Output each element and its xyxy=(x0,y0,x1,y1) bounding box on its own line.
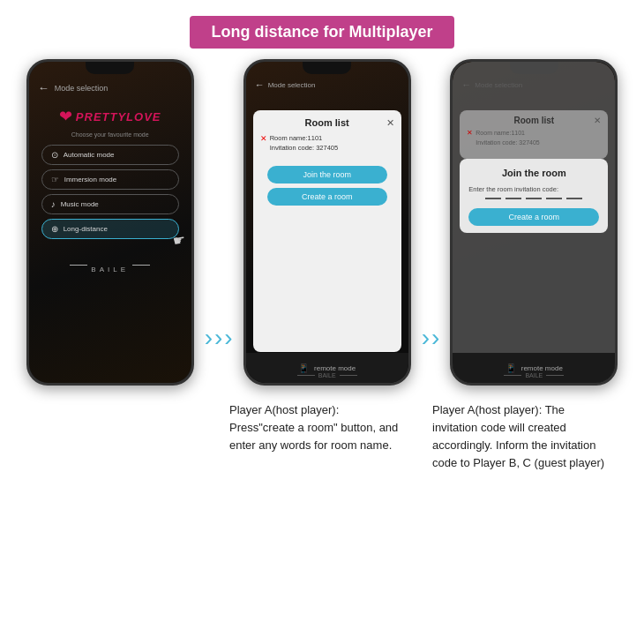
phone-1-screen: ← Mode selection ❤ PRETTYLOVE Choose you… xyxy=(29,62,191,383)
phone-1: ← Mode selection ❤ PRETTYLOVE Choose you… xyxy=(26,59,194,386)
back-icon[interactable]: ← xyxy=(38,81,49,94)
caption-2: Player A(host player): The invitation co… xyxy=(432,401,609,473)
arrow-2-3: › › xyxy=(422,326,440,386)
phone-2-screen: ← Mode selection Room list ✕ ✕ Room name… xyxy=(246,62,408,383)
captions-row: Player A(host player): Press"create a ro… xyxy=(0,401,644,473)
choose-text: Choose your favourite mode xyxy=(29,131,191,138)
remote-text: remote mode xyxy=(314,364,356,372)
logo-text: PRETTYLOVE xyxy=(76,110,161,124)
baile-text-1: BAILE xyxy=(91,266,129,273)
join-room-box: Join the room Enter the room invitation … xyxy=(460,159,608,233)
baile-text-2: BAILE xyxy=(318,372,336,378)
phone3-create-room-btn[interactable]: Create a room xyxy=(468,208,599,226)
code-dashes xyxy=(468,198,599,199)
caption-1: Player A(host player): Press"create a ro… xyxy=(229,401,406,473)
phone3-close-x[interactable]: ✕ xyxy=(594,116,601,125)
room-list-panel: Room list ✕ ✕ Room name:1101 Invitation … xyxy=(253,110,401,352)
music-label: Music mode xyxy=(61,200,99,208)
immersion-label: Immersion mode xyxy=(64,176,117,183)
phone3-remote-icon: 📱 xyxy=(505,363,516,373)
join-room-title: Join the room xyxy=(468,168,599,178)
auto-label: Automatic mode xyxy=(64,151,115,159)
page-title: Long distance for Multiplayer xyxy=(190,16,453,49)
auto-mode-btn[interactable]: ⊙ Automatic mode xyxy=(41,145,179,165)
phone2-mode-label: Mode selection xyxy=(268,81,316,89)
join-room-btn[interactable]: Join the room xyxy=(267,166,387,183)
p3-room-x-icon: ✕ xyxy=(467,129,473,137)
phone3-room-list-title: Room list xyxy=(514,116,555,125)
room-name: Room name:1101 xyxy=(270,133,339,143)
phone3-remote-text: remote mode xyxy=(521,364,563,372)
remote-icon: 📱 xyxy=(298,363,309,373)
join-code-label: Enter the room invitation code: xyxy=(468,185,599,193)
logo-icon: ❤ xyxy=(59,107,72,126)
music-icon: ♪ xyxy=(51,199,56,209)
phone3-room-list-top: Room list ✕ ✕ Room name:1101 Invitation … xyxy=(460,110,608,159)
phones-row: ← Mode selection ❤ PRETTYLOVE Choose you… xyxy=(0,59,644,386)
long-distance-label: Long-distance xyxy=(64,225,108,233)
immersion-mode-btn[interactable]: ☞ Immersion mode xyxy=(41,169,179,190)
music-mode-btn[interactable]: ♪ Music mode xyxy=(41,194,179,214)
room-x-icon: ✕ xyxy=(260,134,267,143)
phone-3: ← Mode selection Room list ✕ ✕ Room name… xyxy=(450,59,618,386)
phone2-back-icon[interactable]: ← xyxy=(255,79,265,90)
long-distance-icon: ⊕ xyxy=(51,224,58,234)
arrow-chevron-4: › xyxy=(422,326,430,350)
arrow-chevron-2: › xyxy=(214,326,222,350)
arrow-1-2: › › › xyxy=(205,326,233,386)
phone-3-screen: ← Mode selection Room list ✕ ✕ Room name… xyxy=(453,62,615,383)
auto-icon: ⊙ xyxy=(51,150,58,160)
room-list-close[interactable]: ✕ xyxy=(386,117,394,129)
baile-text-3: BAILE xyxy=(525,372,543,378)
immersion-icon: ☞ xyxy=(51,175,59,184)
phone-2: ← Mode selection Room list ✕ ✕ Room name… xyxy=(243,59,411,386)
arrow-chevron-3: › xyxy=(224,326,232,350)
mode-label: Mode selection xyxy=(55,84,109,93)
room-invite-code: Invitation code: 327405 xyxy=(270,143,339,153)
p3-room-invite-code: Invitation code: 327405 xyxy=(476,139,539,148)
p3-room-name: Room name:1101 xyxy=(476,129,539,139)
arrow-chevron-5: › xyxy=(431,326,439,350)
finger-cursor-icon: ☛ xyxy=(171,231,186,250)
room-list-title: Room list xyxy=(305,117,349,128)
arrow-chevron-1: › xyxy=(205,326,213,350)
create-room-btn[interactable]: Create a room xyxy=(267,188,387,206)
long-distance-btn[interactable]: ⊕ Long-distance ☛ xyxy=(41,219,179,239)
